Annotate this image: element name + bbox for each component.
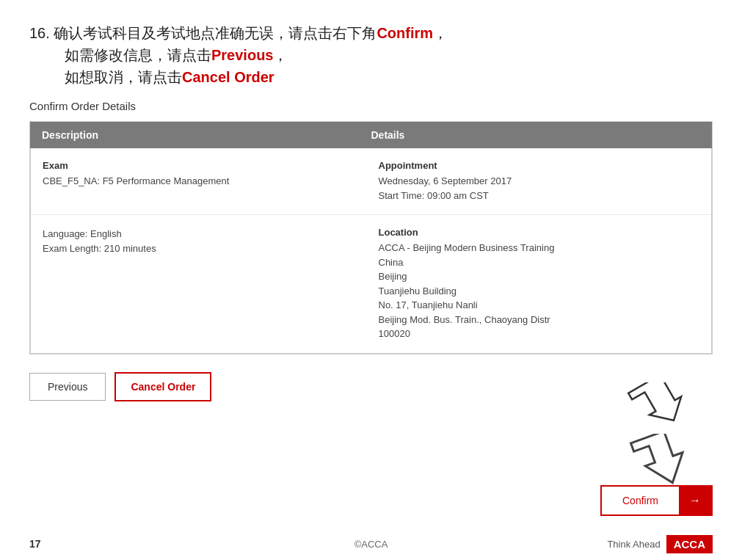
location-line-2: China [379,255,700,270]
appointment-time: Start Time: 09:00 am CST [379,189,700,203]
exam-length-value: Exam Length: 210 minutes [43,241,364,256]
location-line-3: Beijing [379,269,700,284]
order-table: Description Details Exam CBE_F5_NA: F5 P… [29,121,713,354]
instruction-line2-pre: 如需修改信息，请点击 [65,47,211,63]
table-header-description: Description [42,129,371,141]
footer-brand: Think Ahead ACCA [607,535,713,553]
confirm-button[interactable]: Confirm [602,487,679,514]
instruction-line-1: 16. 确认考试科目及考试地点准确无误，请点击右下角Confirm， [29,22,713,44]
instruction-previous-highlight: Previous [211,47,273,63]
location-label: Location [379,227,700,238]
instruction-block: 16. 确认考试科目及考试地点准确无误，请点击右下角Confirm， 如需修改信… [29,22,713,88]
previous-button[interactable]: Previous [29,373,106,401]
direction-arrow-icon [625,434,691,492]
instruction-line3-pre: 如想取消，请点击 [65,69,182,85]
table-row: Language: English Exam Length: 210 minut… [31,215,711,353]
confirm-area: Confirm → [600,382,713,516]
table-body: Exam CBE_F5_NA: F5 Performance Managemen… [30,148,712,354]
location-line-4: Tuanjiehu Building [379,284,700,299]
row1-right: Appointment Wednesday, 6 September 2017 … [379,160,700,203]
language-value: Language: English [43,227,364,241]
table-row: Exam CBE_F5_NA: F5 Performance Managemen… [31,148,711,215]
instruction-number: 16. [29,25,50,41]
acca-badge: ACCA [666,535,713,553]
appointment-date: Wednesday, 6 September 2017 [379,174,700,189]
instruction-line1-pre: 确认考试科目及考试地点准确无误，请点击右下角 [54,25,377,41]
table-header-details: Details [371,129,701,141]
row2-right: Location ACCA - Beijing Modern Business … [379,227,700,341]
cancel-order-button[interactable]: Cancel Order [114,372,211,401]
table-header: Description Details [30,122,712,148]
footer: 17 ©ACCA Think Ahead ACCA [0,528,742,560]
instruction-cancel-highlight: Cancel Order [182,69,274,85]
row2-left: Language: English Exam Length: 210 minut… [43,227,379,341]
page-content: 16. 确认考试科目及考试地点准确无误，请点击右下角Confirm， 如需修改信… [0,0,742,416]
location-line-5: No. 17, Tuanjiehu Nanli [379,298,700,313]
location-line-1: ACCA - Beijing Modern Business Training [379,241,700,255]
arrow-graphic [625,382,691,492]
instruction-line1-post: ， [433,25,448,41]
confirm-arrow-button[interactable]: → [679,487,711,514]
confirm-button-wrapper[interactable]: Confirm → [600,485,713,516]
section-title: Confirm Order Details [29,100,713,112]
location-line-6: Beijing Mod. Bus. Train., Chaoyang Distr [379,313,700,327]
svg-marker-0 [628,382,683,433]
row1-left: Exam CBE_F5_NA: F5 Performance Managemen… [43,160,379,203]
instruction-line-2: 如需修改信息，请点击Previous， [29,44,713,66]
instruction-line-3: 如想取消，请点击Cancel Order [29,66,713,88]
svg-marker-1 [631,434,691,492]
page-number: 17 [29,538,41,550]
copyright: ©ACCA [354,539,388,550]
instruction-confirm-highlight: Confirm [377,25,433,41]
exam-label: Exam [43,160,364,171]
location-line-7: 100020 [379,327,700,341]
instruction-line2-post: ， [273,47,288,63]
think-ahead-text: Think Ahead [607,539,660,550]
exam-value: CBE_F5_NA: F5 Performance Management [43,174,364,189]
appointment-label: Appointment [379,160,700,171]
arrow-icon [625,382,683,434]
